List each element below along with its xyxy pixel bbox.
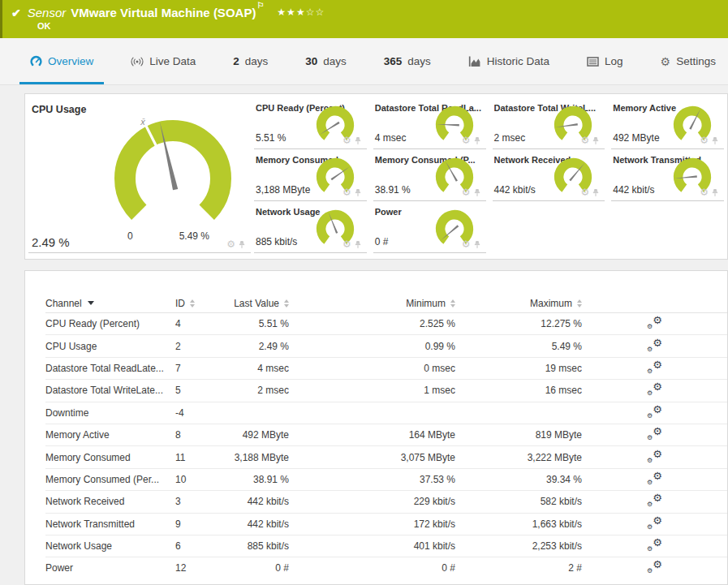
pin-icon[interactable]	[711, 188, 719, 197]
gauge-value: 38.91 %	[375, 184, 411, 196]
channel-settings-gear-icon[interactable]: ⚙	[462, 239, 471, 249]
table-row[interactable]: Memory Active 8 492 MByte 164 MByte 819 …	[45, 424, 727, 445]
edit-channel-button[interactable]: ⚙⚙	[647, 493, 662, 507]
gear-icon-small: ⚙	[647, 389, 653, 397]
table-row[interactable]: CPU Ready (Percent) 4 5.51 % 2.525 % 12.…	[45, 312, 727, 334]
table-row[interactable]: CPU Usage 2 2.49 % 0.99 % 5.49 % ⚙⚙	[45, 334, 727, 356]
pin-icon[interactable]	[354, 240, 362, 249]
pin-icon[interactable]	[473, 188, 481, 197]
tab-live-data[interactable]: Live Data	[120, 38, 206, 84]
tab-2-days[interactable]: 2days	[222, 38, 278, 84]
channel-settings-gear-icon[interactable]: ⚙	[700, 187, 709, 197]
gear-icon: ⚙	[653, 337, 662, 349]
table-row[interactable]: Memory Consumed 11 3,188 MByte 3,075 MBy…	[45, 445, 727, 467]
table-row[interactable]: Memory Consumed (Per... 10 38.91 % 37.53…	[45, 468, 727, 490]
edit-channel-button[interactable]: ⚙⚙	[647, 450, 662, 463]
table-row[interactable]: Network Transmitted 9 442 kbit/s 172 kbi…	[45, 513, 727, 535]
gear-icon: ⚙	[653, 425, 662, 437]
column-header-last-value[interactable]: Last Value	[216, 298, 289, 309]
gauge-value: 3,188 MByte	[256, 184, 310, 196]
channel-name-cell[interactable]: Datastore Total ReadLate...	[45, 363, 175, 374]
table-row[interactable]: Downtime -4 ⚙⚙	[45, 402, 727, 424]
channel-settings-gear-icon[interactable]: ⚙	[580, 135, 589, 145]
edit-channel-button[interactable]: ⚙⚙	[647, 316, 662, 329]
gauge-value: 4 msec	[375, 132, 407, 144]
edit-channel-button[interactable]: ⚙⚙	[647, 471, 662, 485]
pin-icon[interactable]	[473, 240, 481, 249]
edit-channel-button[interactable]: ⚙⚙	[647, 382, 662, 396]
edit-channel-button[interactable]: ⚙⚙	[647, 360, 662, 374]
maximum-cell: 2,253 kbit/s	[455, 540, 582, 552]
channel-settings-gear-icon[interactable]: ⚙	[342, 135, 351, 145]
edit-channel-button[interactable]: ⚙⚙	[647, 538, 662, 552]
last-value-cell: 885 kbit/s	[216, 540, 289, 552]
channel-settings-gear-icon[interactable]: ⚙	[342, 187, 351, 197]
pin-icon[interactable]	[592, 136, 600, 145]
tab-30-days[interactable]: 30days	[295, 38, 357, 84]
table-row[interactable]: Datastore Total ReadLate... 7 4 msec 0 m…	[45, 357, 727, 379]
channel-settings-gear-icon[interactable]: ⚙	[226, 239, 235, 249]
channel-settings-gear-icon[interactable]: ⚙	[342, 239, 351, 249]
channel-name-cell[interactable]: Network Usage	[45, 540, 175, 552]
channel-name-cell[interactable]: Downtime	[45, 407, 175, 419]
channel-id-cell: 9	[175, 518, 216, 530]
maximum-cell: 582 kbit/s	[455, 496, 582, 507]
channel-name-cell[interactable]: Memory Consumed	[45, 452, 175, 463]
channel-name-cell[interactable]: CPU Usage	[45, 341, 175, 352]
tab-historic-data[interactable]: Historic Data	[458, 38, 560, 84]
gauge-value: 442 kbit/s	[494, 184, 536, 196]
edit-channel-button[interactable]: ⚙⚙	[647, 427, 662, 441]
pin-icon[interactable]	[354, 188, 362, 197]
pin-icon[interactable]	[711, 136, 719, 145]
column-header-maximum[interactable]: Maximum	[455, 298, 582, 309]
gear-icon-small: ⚙	[647, 412, 653, 419]
mini-gauge-cell: Memory Active 492 MByte ⚙	[611, 97, 724, 149]
channel-settings-gear-icon[interactable]: ⚙	[580, 187, 589, 197]
tab-overview[interactable]: Overview	[19, 38, 104, 84]
table-row[interactable]: Network Usage 6 885 kbit/s 401 kbit/s 2,…	[45, 535, 727, 557]
bookmark-flag-icon[interactable]: ⚐	[256, 1, 264, 10]
tab-settings[interactable]: ⚙Settings	[650, 38, 726, 84]
column-header-id[interactable]: ID	[175, 298, 216, 309]
overview-gauge-icon	[30, 55, 42, 67]
edit-channel-button[interactable]: ⚙⚙	[647, 405, 662, 419]
channel-name-cell[interactable]: Network Transmitted	[45, 518, 175, 530]
channel-name-cell[interactable]: Power	[45, 562, 175, 574]
maximum-cell: 3,222 MByte	[455, 452, 582, 463]
channel-id-cell: 11	[175, 452, 216, 463]
tab-label: Log	[605, 55, 623, 67]
channel-id-cell: 4	[175, 318, 216, 329]
pin-icon[interactable]	[238, 240, 246, 249]
channel-name-cell[interactable]: Network Received	[45, 496, 175, 507]
gear-icon: ⚙	[653, 359, 662, 371]
edit-channel-button[interactable]: ⚙⚙	[647, 338, 662, 352]
pin-icon[interactable]	[473, 136, 481, 145]
edit-channel-button[interactable]: ⚙⚙	[647, 516, 662, 530]
gauge-cell-actions: ⚙	[462, 135, 481, 145]
pin-icon[interactable]	[354, 136, 362, 145]
priority-stars[interactable]: ★★★☆☆	[277, 6, 325, 18]
gauge-value: 2 msec	[494, 132, 526, 144]
column-header-channel[interactable]: Channel	[45, 298, 175, 309]
tab-log[interactable]: Log	[576, 38, 634, 84]
sensor-header: ✔ Sensor VMware Virtual Machine (SOAP)⚐ …	[0, 0, 728, 38]
channel-settings-gear-icon[interactable]: ⚙	[462, 187, 471, 197]
channel-name-cell[interactable]: Datastore Total WriteLate...	[45, 385, 175, 396]
tab-label: Settings	[676, 55, 716, 67]
column-header-minimum[interactable]: Minimum	[289, 298, 455, 309]
tab-365-days[interactable]: 365days	[373, 38, 442, 84]
table-row[interactable]: Datastore Total WriteLate... 5 2 msec 1 …	[45, 379, 727, 401]
table-row[interactable]: Network Received 3 442 kbit/s 229 kbit/s…	[45, 490, 727, 512]
last-value-cell: 0 #	[216, 562, 289, 574]
channel-name-cell[interactable]: Memory Active	[45, 429, 175, 441]
pin-icon[interactable]	[592, 188, 600, 197]
table-row[interactable]: Power 12 0 # 0 # 2 # ⚙⚙	[45, 557, 727, 579]
last-value-cell: 2 msec	[216, 385, 289, 396]
gauge-value: 492 MByte	[613, 132, 659, 144]
channel-settings-gear-icon[interactable]: ⚙	[462, 135, 471, 145]
edit-channel-button[interactable]: ⚙⚙	[647, 560, 662, 574]
channel-name-cell[interactable]: Memory Consumed (Per...	[45, 474, 175, 485]
channel-settings-gear-icon[interactable]: ⚙	[700, 135, 709, 145]
channel-name-cell[interactable]: CPU Ready (Percent)	[45, 318, 175, 329]
tab-bar: Overview Live Data 2days 30days 365days …	[0, 38, 728, 85]
